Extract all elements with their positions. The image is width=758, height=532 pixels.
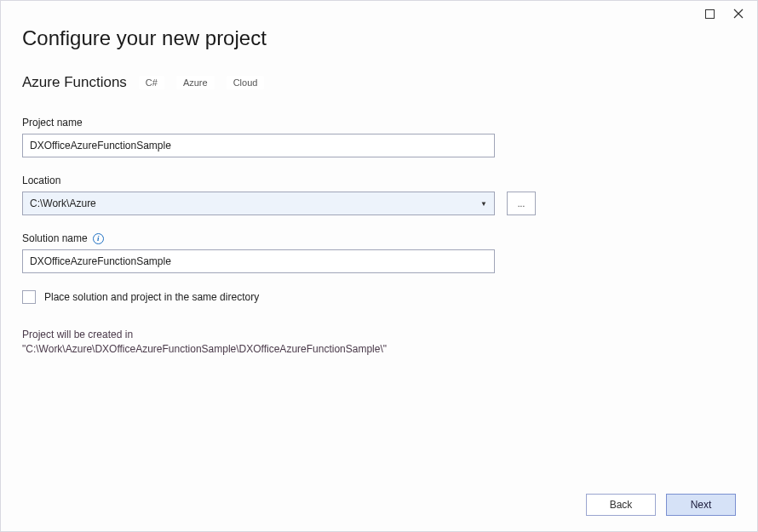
same-directory-row: Place solution and project in the same d… (22, 290, 736, 304)
location-label: Location (22, 174, 736, 186)
chevron-down-icon: ▼ (480, 200, 487, 208)
solution-name-label: Solution name i (22, 232, 736, 244)
next-button[interactable]: Next (666, 494, 736, 516)
maximize-icon[interactable] (703, 8, 715, 20)
back-button[interactable]: Back (586, 494, 656, 516)
content-area: Configure your new project Azure Functio… (22, 26, 736, 480)
location-row: C:\Work\Azure ▼ ... (22, 192, 736, 215)
location-value: C:\Work\Azure (30, 197, 96, 209)
project-name-input[interactable] (22, 134, 495, 157)
template-name: Azure Functions (22, 74, 127, 91)
info-icon[interactable]: i (93, 233, 104, 244)
page-title: Configure your new project (22, 26, 736, 50)
creation-path-hint: Project will be created in "C:\Work\Azur… (22, 328, 499, 357)
tag-azure: Azure (176, 76, 215, 89)
dialog-window: Configure your new project Azure Functio… (0, 0, 758, 532)
close-icon[interactable] (732, 8, 744, 20)
tag-cloud: Cloud (227, 76, 265, 89)
project-name-label: Project name (22, 117, 736, 129)
titlebar (703, 1, 757, 26)
template-row: Azure Functions C# Azure Cloud (22, 74, 736, 91)
browse-button[interactable]: ... (507, 192, 536, 215)
solution-name-input[interactable] (22, 249, 495, 273)
same-directory-label: Place solution and project in the same d… (44, 291, 259, 303)
tag-csharp: C# (139, 76, 164, 89)
location-combo[interactable]: C:\Work\Azure ▼ (22, 192, 495, 215)
svg-rect-0 (705, 9, 714, 18)
solution-name-label-text: Solution name (22, 232, 88, 244)
footer-buttons: Back Next (586, 494, 736, 516)
same-directory-checkbox[interactable] (22, 290, 36, 304)
